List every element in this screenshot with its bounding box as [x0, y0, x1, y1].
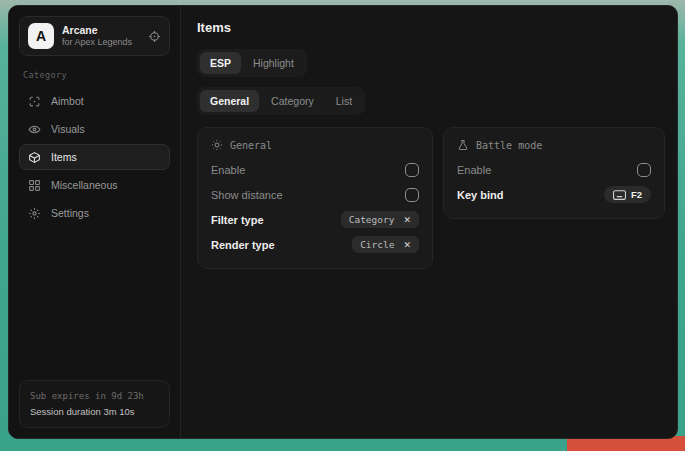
- battle-enable-checkbox[interactable]: [637, 163, 651, 177]
- app-window: A Arcane for Apex Legends Category Aimbo: [8, 5, 678, 439]
- crosshair-icon: [28, 95, 41, 108]
- sub-tabs: General Category List: [197, 87, 365, 115]
- keyboard-icon: [613, 190, 626, 200]
- grid-icon: [28, 179, 41, 192]
- setting-row-enable: Enable: [211, 157, 419, 182]
- panels-row: General Enable Show distance Filter type…: [197, 127, 665, 269]
- app-logo: A: [28, 23, 54, 49]
- sun-icon: [211, 139, 223, 151]
- sidebar-item-items[interactable]: Items: [19, 144, 170, 170]
- enable-checkbox[interactable]: [405, 163, 419, 177]
- sidebar-item-label: Items: [51, 151, 77, 163]
- key-bind-value: F2: [631, 189, 642, 200]
- filter-type-select[interactable]: Category ✕: [341, 211, 419, 228]
- setting-row-enable: Enable: [457, 157, 651, 182]
- clear-icon[interactable]: ✕: [403, 215, 411, 225]
- sidebar-item-label: Aimbot: [51, 95, 84, 107]
- panel-title: Battle mode: [476, 140, 542, 151]
- panel-title: General: [230, 140, 272, 151]
- panel-general: General Enable Show distance Filter type…: [197, 127, 433, 269]
- panel-general-header: General: [211, 139, 419, 151]
- filter-type-value: Category: [349, 214, 395, 225]
- setting-row-key-bind: Key bind F2: [457, 182, 651, 207]
- setting-label: Render type: [211, 239, 275, 251]
- panel-battle-mode-header: Battle mode: [457, 139, 651, 151]
- page-title: Items: [197, 20, 665, 35]
- sidebar: A Arcane for Apex Legends Category Aimbo: [9, 6, 181, 438]
- render-type-select[interactable]: Circle ✕: [352, 236, 419, 253]
- setting-row-show-distance: Show distance: [211, 182, 419, 207]
- eye-icon: [28, 123, 41, 136]
- category-section-label: Category: [23, 70, 168, 80]
- tab-list[interactable]: List: [326, 90, 362, 112]
- setting-label: Enable: [211, 164, 245, 176]
- sidebar-item-label: Miscellaneous: [51, 179, 118, 191]
- clear-icon[interactable]: ✕: [403, 240, 411, 250]
- setting-label: Enable: [457, 164, 491, 176]
- sidebar-item-aimbot[interactable]: Aimbot: [19, 88, 170, 114]
- sidebar-item-miscellaneous[interactable]: Miscellaneous: [19, 172, 170, 198]
- logo-text: Arcane for Apex Legends: [62, 24, 140, 48]
- subscription-info-card: Sub expires in 9d 23h Session duration 3…: [19, 380, 170, 428]
- setting-row-render-type: Render type Circle ✕: [211, 232, 419, 257]
- setting-label: Filter type: [211, 214, 264, 226]
- sidebar-item-settings[interactable]: Settings: [19, 200, 170, 226]
- tab-general[interactable]: General: [200, 90, 259, 112]
- logo-card: A Arcane for Apex Legends: [19, 16, 170, 56]
- sidebar-item-label: Visuals: [51, 123, 85, 135]
- package-icon: [28, 151, 41, 164]
- target-icon[interactable]: [148, 30, 161, 43]
- key-bind-button[interactable]: F2: [604, 186, 651, 203]
- mode-tabs: ESP Highlight: [197, 49, 307, 77]
- sidebar-item-label: Settings: [51, 207, 89, 219]
- render-type-value: Circle: [360, 239, 394, 250]
- app-subtitle: for Apex Legends: [62, 37, 140, 48]
- gear-icon: [28, 207, 41, 220]
- session-duration-text: Session duration 3m 10s: [30, 404, 159, 419]
- flask-icon: [457, 139, 469, 151]
- tab-highlight[interactable]: Highlight: [243, 52, 304, 74]
- show-distance-checkbox[interactable]: [405, 188, 419, 202]
- sidebar-item-visuals[interactable]: Visuals: [19, 116, 170, 142]
- setting-label: Key bind: [457, 189, 503, 201]
- panel-battle-mode: Battle mode Enable Key bind: [443, 127, 665, 219]
- main-content: Items ESP Highlight General Category Lis…: [181, 6, 678, 438]
- setting-label: Show distance: [211, 189, 283, 201]
- tab-category[interactable]: Category: [261, 90, 324, 112]
- sub-expiry-text: Sub expires in 9d 23h: [30, 389, 159, 403]
- tab-esp[interactable]: ESP: [200, 52, 241, 74]
- app-title: Arcane: [62, 24, 140, 37]
- setting-row-filter-type: Filter type Category ✕: [211, 207, 419, 232]
